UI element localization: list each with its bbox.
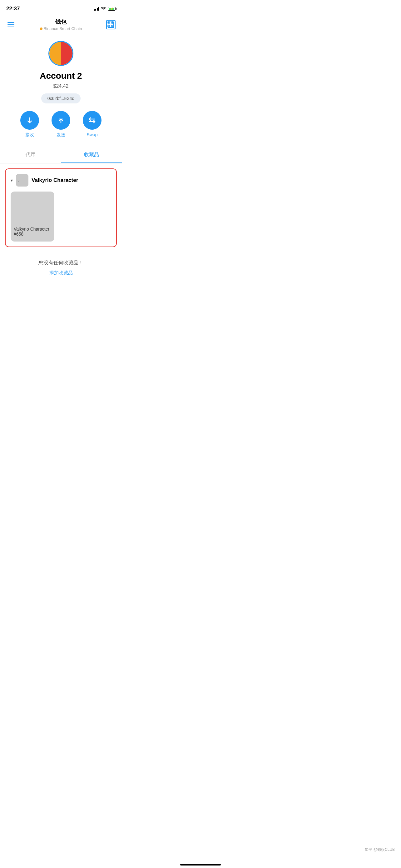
account-avatar[interactable] [48, 41, 73, 66]
svg-rect-4 [112, 22, 113, 23]
receive-action[interactable]: 接收 [20, 111, 39, 138]
account-balance: $24.42 [54, 84, 69, 89]
account-section: Account 2 $24.42 0x62bf...E34d 接收 发送 [0, 35, 122, 147]
receive-circle [20, 111, 39, 130]
app-header: 钱包 Binance Smart Chain [0, 16, 122, 35]
account-name: Account 2 [40, 71, 82, 81]
hamburger-line-2 [7, 24, 14, 25]
tab-collectibles[interactable]: 收藏品 [61, 147, 122, 163]
receive-label: 接收 [25, 132, 34, 138]
empty-state: 您没有任何收藏品！ 添加收藏品 [5, 253, 117, 282]
status-time: 22:37 [6, 6, 20, 12]
send-action[interactable]: 发送 [52, 111, 70, 138]
network-label: Binance Smart Chain [44, 26, 82, 31]
hamburger-menu-button[interactable] [6, 21, 15, 28]
qr-scan-button[interactable] [106, 20, 115, 29]
send-circle [52, 111, 70, 130]
collection-name: Valkyrio Character [32, 177, 78, 183]
swap-label: Swap [87, 132, 97, 137]
svg-text:V: V [18, 179, 20, 183]
nft-card[interactable]: Valkyrio Character #658 [11, 191, 54, 242]
nft-section: ▾ V Valkyrio Character Valkyrio Characte… [0, 163, 122, 287]
collection-thumbnail: V [16, 174, 28, 187]
header-center: 钱包 Binance Smart Chain [15, 18, 106, 31]
collection-header: ▾ V Valkyrio Character [11, 174, 111, 187]
svg-rect-5 [108, 26, 109, 27]
hamburger-line-3 [7, 27, 14, 27]
status-icons: ⚡ [94, 6, 116, 11]
battery-icon: ⚡ [108, 7, 115, 11]
signal-icon [94, 7, 99, 11]
nft-collection-box: ▾ V Valkyrio Character Valkyrio Characte… [5, 168, 117, 247]
wifi-icon [101, 6, 106, 11]
svg-rect-3 [108, 22, 109, 23]
nft-grid: Valkyrio Character #658 [11, 191, 111, 242]
add-collectible-button[interactable]: 添加收藏品 [11, 270, 110, 276]
account-address[interactable]: 0x62bf...E34d [41, 93, 80, 103]
action-buttons: 接收 发送 Swap [20, 111, 101, 138]
status-bar: 22:37 ⚡ [0, 0, 122, 16]
wallet-title: 钱包 [15, 18, 106, 26]
swap-circle [83, 111, 101, 130]
network-dot [40, 28, 42, 30]
empty-text: 您没有任何收藏品！ [11, 260, 110, 266]
hamburger-line-1 [7, 22, 14, 23]
swap-action[interactable]: Swap [83, 111, 101, 138]
nft-card-title: Valkyrio Character #658 [14, 208, 51, 237]
tab-tokens[interactable]: 代币 [0, 147, 61, 163]
send-label: 发送 [57, 132, 65, 138]
network-selector[interactable]: Binance Smart Chain [15, 26, 106, 31]
tabs-container: 代币 收藏品 [0, 147, 122, 163]
chevron-down-icon[interactable]: ▾ [11, 178, 13, 183]
